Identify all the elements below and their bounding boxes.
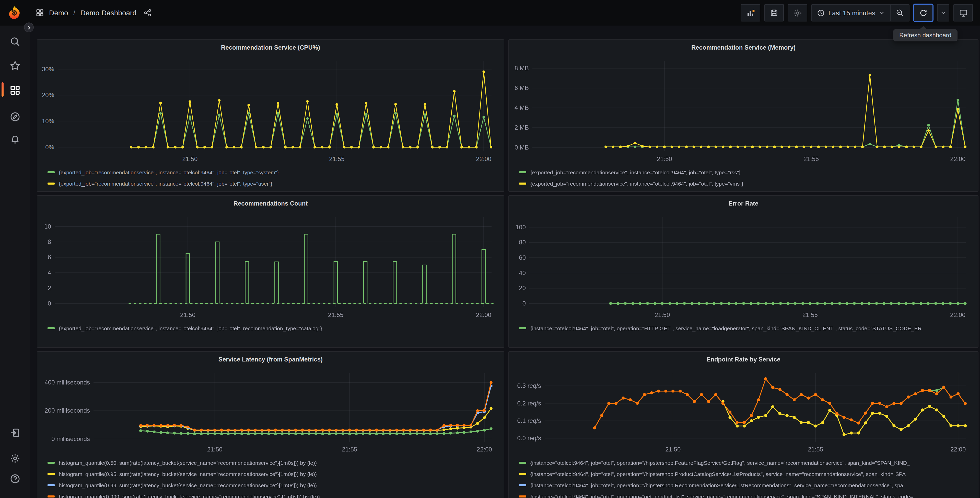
sidebar-item-server-admin[interactable] (9, 452, 21, 464)
gear-icon (793, 8, 802, 17)
panel-recommendations-count: Recommendations Count 024681021:5021:552… (37, 195, 504, 348)
legend-item[interactable]: {exported_job="recommendationservice", i… (519, 167, 978, 178)
expand-sidebar-button[interactable] (24, 22, 34, 32)
legend-swatch (48, 462, 55, 464)
panel-title[interactable]: Error Rate (729, 200, 758, 207)
svg-text:21:50: 21:50 (654, 311, 670, 318)
legend-item[interactable]: {instance="otelcol:9464", job="otel", op… (519, 480, 978, 491)
legend-label[interactable]: {exported_job="recommendationservice", i… (59, 180, 272, 187)
endpoint-rate-legend: {instance="otelcol:9464", job="otel", op… (509, 455, 978, 498)
svg-text:0 MB: 0 MB (514, 144, 529, 151)
legend-label[interactable]: {exported_job="recommendationservice", i… (59, 169, 279, 176)
error-rate-chart[interactable]: 02040608010021:5021:5522:00 (509, 212, 978, 321)
svg-text:4 MB: 4 MB (514, 104, 529, 111)
breadcrumb-dashboard-title[interactable]: Demo Dashboard (81, 9, 137, 17)
kiosk-mode-button[interactable] (953, 4, 973, 21)
legend-label[interactable]: {exported_job="recommendationservice", i… (530, 169, 741, 176)
legend-label[interactable]: {instance="otelcol:9464", job="otel", op… (530, 460, 910, 466)
cpu-legend: {exported_job="recommendationservice", i… (37, 164, 504, 189)
share-dashboard-button[interactable] (143, 9, 152, 17)
panel-header[interactable]: Recommendation Service (CPU%) (37, 40, 504, 55)
panel-title[interactable]: Service Latency (from SpanMetrics) (218, 356, 323, 363)
breadcrumb-folder[interactable]: Demo (49, 9, 68, 17)
sidebar-item-dashboards[interactable] (9, 84, 21, 96)
legend-item[interactable]: histogram_quantile(0.50, sum(rate(latenc… (48, 457, 504, 468)
sidebar-item-search[interactable] (9, 35, 21, 48)
legend-label[interactable]: {exported_job="recommendationservice", i… (530, 180, 743, 187)
svg-text:21:55: 21:55 (808, 446, 823, 453)
panel-header[interactable]: Service Latency (from SpanMetrics) (37, 352, 504, 367)
legend-swatch (48, 473, 55, 475)
service-latency-legend: histogram_quantile(0.50, sum(rate(latenc… (37, 455, 504, 498)
sidebar-item-help[interactable] (9, 472, 21, 485)
legend-item[interactable]: {exported_job="recommendationservice", i… (48, 322, 504, 334)
sidebar-item-alerting[interactable] (9, 133, 21, 145)
legend-item[interactable]: histogram_quantile(0.999, sum(rate(laten… (48, 491, 504, 498)
legend-swatch (48, 327, 55, 329)
panel-title[interactable]: Endpoint Rate by Service (706, 356, 780, 363)
service-latency-chart[interactable]: 0 milliseconds200 milliseconds400 millis… (37, 368, 504, 455)
svg-text:4: 4 (48, 269, 51, 276)
add-panel-button[interactable] (741, 4, 760, 21)
sidebar-item-sign-in[interactable] (9, 426, 21, 439)
svg-text:0: 0 (522, 300, 526, 307)
legend-item[interactable]: {instance="otelcol:9464", job="otel", op… (519, 457, 978, 468)
legend-swatch (519, 327, 526, 329)
panel-title[interactable]: Recommendations Count (234, 200, 308, 207)
sidebar-item-explore[interactable] (9, 110, 21, 123)
monitor-icon (959, 8, 967, 17)
legend-item[interactable]: {instance="otelcol:9464", job="otel", op… (519, 491, 978, 498)
gear-icon (10, 453, 20, 463)
panel-title[interactable]: Recommendation Service (CPU%) (221, 44, 320, 51)
tooltip-text: Refresh dashboard (899, 32, 951, 39)
legend-label[interactable]: {instance="otelcol:9464", job="otel", op… (530, 471, 906, 477)
endpoint-rate-chart[interactable]: 0.0 req/s0.1 req/s0.2 req/s0.3 req/s21:5… (509, 368, 978, 455)
panel-header[interactable]: Endpoint Rate by Service (509, 352, 978, 367)
time-range-picker[interactable]: Last 15 minutes (812, 5, 890, 21)
grafana-flame-icon (6, 5, 22, 21)
legend-item[interactable]: {exported_job="recommendationservice", i… (48, 167, 504, 178)
panel-header[interactable]: Recommendation Service (Memory) (509, 40, 978, 55)
legend-label[interactable]: {instance="otelcol:9464", job="otel", op… (530, 482, 903, 488)
svg-text:21:50: 21:50 (207, 446, 223, 453)
clock-icon (817, 9, 825, 17)
legend-item[interactable]: {exported_job="recommendationservice", i… (48, 178, 504, 189)
panel-header[interactable]: Recommendations Count (37, 196, 504, 211)
legend-label[interactable]: histogram_quantile(0.99, sum(rate(latenc… (59, 482, 317, 488)
legend-item[interactable]: {instance="otelcol:9464", job="otel", op… (519, 468, 978, 480)
legend-item[interactable]: {exported_job="recommendationservice", i… (519, 178, 978, 189)
grafana-logo[interactable] (5, 3, 24, 22)
chevron-down-icon (940, 10, 946, 16)
panel-header[interactable]: Error Rate (509, 196, 978, 211)
svg-text:22:00: 22:00 (476, 155, 491, 162)
sidebar-item-starred[interactable] (9, 59, 21, 72)
legend-swatch (519, 462, 526, 464)
legend-label[interactable]: {exported_job="recommendationservice", i… (59, 325, 322, 331)
svg-text:21:55: 21:55 (328, 311, 344, 318)
legend-label[interactable]: histogram_quantile(0.50, sum(rate(latenc… (59, 460, 317, 466)
refresh-dashboard-button[interactable] (913, 4, 933, 21)
legend-item[interactable]: {instance="otelcol:9464", job="otel", op… (519, 322, 978, 334)
svg-text:0.2 req/s: 0.2 req/s (517, 400, 541, 407)
memory-chart[interactable]: 0 MB2 MB4 MB6 MB8 MB21:5021:5522:00 (509, 56, 978, 164)
legend-label[interactable]: histogram_quantile(0.999, sum(rate(laten… (59, 493, 320, 498)
recommendations-count-chart[interactable]: 024681021:5021:5522:00 (37, 212, 504, 321)
recommendations-count-legend: {exported_job="recommendationservice", i… (37, 321, 504, 334)
save-icon (770, 9, 778, 17)
dashboard-settings-button[interactable] (788, 4, 807, 21)
refresh-interval-dropdown[interactable] (937, 4, 949, 21)
legend-item[interactable]: histogram_quantile(0.95, sum(rate(latenc… (48, 468, 504, 480)
save-dashboard-button[interactable] (764, 4, 784, 21)
legend-label[interactable]: {instance="otelcol:9464", job="otel", op… (530, 325, 921, 331)
legend-swatch (48, 495, 55, 498)
legend-item[interactable]: histogram_quantile(0.99, sum(rate(latenc… (48, 480, 504, 491)
refresh-icon (919, 9, 928, 17)
legend-label[interactable]: histogram_quantile(0.95, sum(rate(latenc… (59, 471, 317, 477)
svg-text:30%: 30% (42, 66, 54, 73)
cpu-chart[interactable]: 0%10%20%30%21:5021:5522:00 (37, 56, 504, 164)
legend-label[interactable]: {instance="otelcol:9464", job="otel", op… (530, 493, 913, 498)
panel-title[interactable]: Recommendation Service (Memory) (691, 44, 795, 51)
zoom-out-time-button[interactable] (891, 5, 909, 21)
svg-text:6: 6 (48, 254, 51, 260)
panel-endpoint-rate: Endpoint Rate by Service 0.0 req/s0.1 re… (508, 351, 978, 498)
